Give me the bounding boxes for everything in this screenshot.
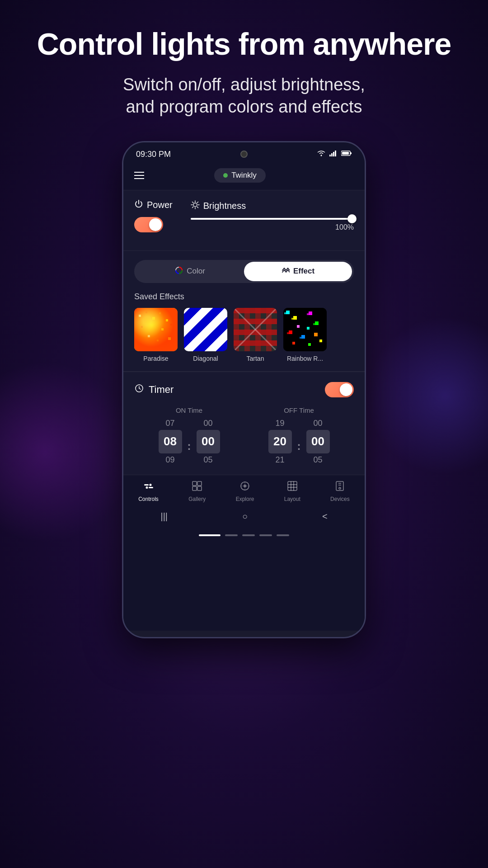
svg-rect-64 <box>144 484 149 486</box>
bottom-nav: Controls Gallery Explore <box>123 475 365 507</box>
svg-rect-58 <box>319 340 322 342</box>
svg-rect-4 <box>335 151 336 156</box>
off-mins-col[interactable]: 00 00 05 <box>306 419 330 465</box>
off-hours-col[interactable]: 19 20 21 <box>268 419 292 465</box>
status-bar: 09:30 PM <box>123 142 365 164</box>
app-header: Twinkly <box>123 164 365 190</box>
nav-label-explore: Explore <box>236 496 254 502</box>
power-toggle[interactable] <box>134 217 163 232</box>
online-indicator <box>223 173 228 178</box>
effect-thumb-paradise <box>134 308 178 351</box>
on-hours-below: 09 <box>165 455 174 465</box>
home-button[interactable]: ○ <box>242 511 248 522</box>
brightness-value: 100% <box>191 223 354 231</box>
on-hours-col[interactable]: 07 08 09 <box>159 419 182 465</box>
tab-color[interactable]: Color <box>136 262 244 281</box>
svg-rect-50 <box>313 323 315 325</box>
nav-item-explore[interactable]: Explore <box>236 481 254 502</box>
nav-item-controls[interactable]: Controls <box>138 481 159 502</box>
svg-rect-59 <box>292 342 295 344</box>
effect-item-paradise[interactable]: Paradise <box>134 308 178 362</box>
effect-item-diagonal[interactable]: Diagonal <box>184 308 227 362</box>
effect-name-paradise: Paradise <box>143 355 168 362</box>
svg-rect-21 <box>152 317 155 320</box>
brightness-slider[interactable] <box>191 218 354 220</box>
svg-rect-2 <box>331 153 333 156</box>
effect-thumb-rainbow <box>283 308 327 351</box>
svg-line-13 <box>192 202 193 203</box>
tab-effect[interactable]: Effect <box>244 262 352 281</box>
timer-label: Timer <box>134 383 174 396</box>
page-dot-3 <box>259 534 272 536</box>
off-hours-box[interactable]: 20 <box>268 430 292 453</box>
brightness-controls: 100% <box>191 218 354 231</box>
on-separator: : <box>188 440 191 453</box>
svg-rect-35 <box>234 308 239 351</box>
back-button[interactable]: < <box>322 511 328 522</box>
off-mins-box[interactable]: 00 <box>306 430 330 453</box>
tab-color-label: Color <box>187 267 205 276</box>
svg-rect-70 <box>192 486 197 491</box>
off-hours-below: 21 <box>275 455 284 465</box>
recent-apps-button[interactable]: ||| <box>160 511 168 522</box>
menu-button[interactable] <box>134 172 144 179</box>
nav-label-layout: Layout <box>284 496 300 502</box>
nav-item-gallery[interactable]: Gallery <box>188 481 206 502</box>
svg-rect-27 <box>148 335 150 337</box>
header-section: Control lights from anywhere Switch on/o… <box>0 0 488 132</box>
svg-point-82 <box>339 487 341 489</box>
off-hours-above: 19 <box>275 419 284 428</box>
svg-rect-46 <box>295 318 297 320</box>
svg-rect-7 <box>342 152 349 155</box>
effect-thumb-diagonal <box>184 308 227 351</box>
svg-rect-69 <box>197 481 202 486</box>
off-time-label: OFF Time <box>284 406 314 414</box>
explore-icon <box>239 481 250 494</box>
timer-toggle[interactable] <box>325 382 354 397</box>
svg-rect-24 <box>141 326 143 328</box>
status-time: 09:30 PM <box>136 150 171 159</box>
svg-rect-49 <box>315 321 319 325</box>
page-dot-2 <box>242 534 255 536</box>
app-title-badge: Twinkly <box>144 168 336 183</box>
power-label: Power <box>147 200 173 210</box>
main-title: Control lights from anywhere <box>27 27 461 61</box>
phone-container: 09:30 PM <box>0 141 488 638</box>
svg-point-0 <box>320 155 322 156</box>
svg-rect-56 <box>297 325 300 328</box>
color-icon <box>175 266 183 277</box>
on-mins-col[interactable]: 00 00 05 <box>197 419 220 465</box>
on-hours-box[interactable]: 08 <box>159 430 182 453</box>
svg-rect-26 <box>170 324 172 326</box>
off-mins-above: 00 <box>313 419 322 428</box>
svg-line-15 <box>197 202 198 203</box>
on-mins-box[interactable]: 00 <box>197 430 220 453</box>
power-label-row: Power <box>134 199 173 211</box>
device-name: Twinkly <box>231 171 257 180</box>
effect-item-rainbow[interactable]: Rainbow R... <box>283 308 327 362</box>
svg-rect-51 <box>289 330 292 334</box>
brightness-icon <box>191 200 200 212</box>
svg-rect-43 <box>284 312 286 314</box>
battery-icon <box>341 150 352 158</box>
nav-item-devices[interactable]: Devices <box>330 481 350 502</box>
svg-point-65 <box>149 484 151 486</box>
nav-label-devices: Devices <box>330 496 350 502</box>
off-time-group: OFF Time 19 20 21 : <box>268 406 330 465</box>
timer-section: Timer ON Time <box>123 372 365 475</box>
nav-item-layout[interactable]: Layout <box>284 481 300 502</box>
effect-icon <box>282 266 290 277</box>
svg-rect-47 <box>309 311 312 315</box>
svg-rect-29 <box>168 337 171 340</box>
svg-rect-53 <box>301 335 305 339</box>
camera-cutout <box>240 151 248 158</box>
effect-item-tartan[interactable]: Tartan <box>234 308 277 362</box>
page-dot-1 <box>225 534 238 536</box>
device-badge[interactable]: Twinkly <box>214 168 266 183</box>
svg-rect-68 <box>192 481 197 486</box>
signal-icon <box>329 150 338 158</box>
svg-rect-36 <box>244 308 250 351</box>
system-nav: ||| ○ < <box>123 507 365 529</box>
svg-rect-23 <box>166 319 168 321</box>
svg-rect-22 <box>159 312 161 314</box>
